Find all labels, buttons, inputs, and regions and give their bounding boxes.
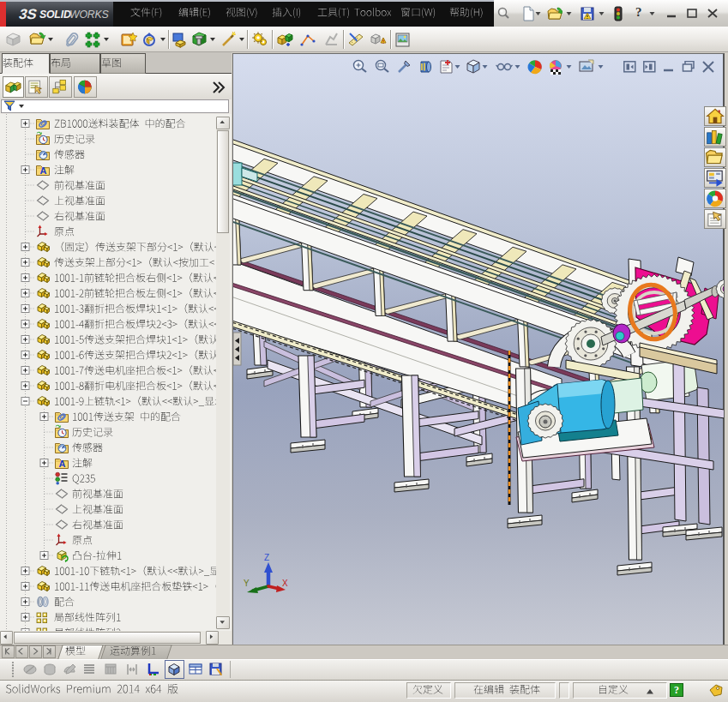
svg-text:Z: Z — [264, 553, 269, 562]
svg-text:SOLID: SOLID — [39, 9, 71, 21]
svg-text:Y: Y — [244, 579, 250, 588]
svg-text:A: A — [40, 165, 47, 176]
svg-text:A: A — [59, 459, 66, 469]
svg-text:WORKS: WORKS — [69, 9, 109, 21]
svg-text:X: X — [282, 579, 288, 588]
svg-text:3S: 3S — [17, 6, 39, 22]
